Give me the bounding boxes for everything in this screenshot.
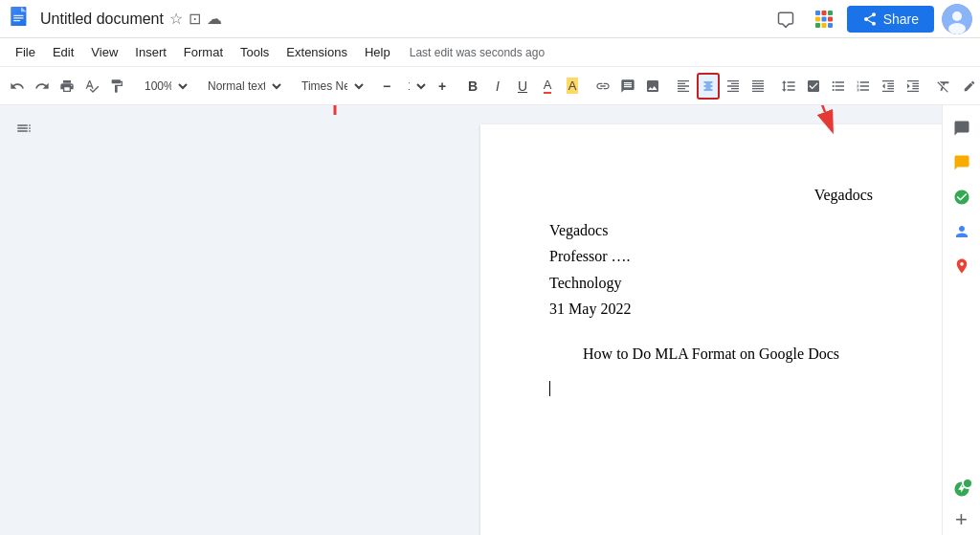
decrease-indent-button[interactable] (877, 73, 900, 100)
text-color-button[interactable]: A (536, 73, 559, 100)
align-left-button[interactable] (672, 73, 695, 100)
bullets-button[interactable] (827, 73, 850, 100)
menu-help[interactable]: Help (357, 43, 398, 61)
highlight-button[interactable]: A (561, 73, 584, 100)
zoom-select[interactable]: 100% (136, 74, 191, 99)
line-spacing-button[interactable] (777, 73, 800, 100)
star-icon[interactable]: ☆ (169, 10, 183, 28)
right-panel: + (942, 105, 980, 535)
contacts-icon-panel[interactable] (947, 216, 977, 247)
svg-rect-13 (828, 23, 833, 28)
title-icons: ☆ ⊡ ☁ (169, 10, 222, 28)
main-area: Vegadocs Vegadocs Professor …. Technolog… (0, 105, 980, 535)
svg-rect-7 (828, 11, 833, 15)
print-button[interactable] (56, 73, 78, 100)
align-right-button[interactable] (722, 73, 745, 100)
doc-line-4: 31 May 2022 (549, 296, 873, 322)
last-edit-text: Last edit was seconds ago (410, 46, 545, 59)
cloud-icon[interactable]: ☁ (207, 10, 222, 28)
text-cursor (549, 381, 550, 396)
svg-rect-6 (821, 11, 826, 15)
title-bar-right: Share (770, 4, 972, 34)
font-select[interactable]: Times New... (293, 74, 368, 99)
doc-line-3: Technology (549, 270, 873, 296)
menu-view[interactable]: View (83, 43, 125, 61)
italic-button[interactable]: I (486, 73, 509, 100)
google-apps-icon[interactable] (809, 4, 839, 34)
clear-formatting-button[interactable] (932, 73, 955, 100)
doc-icon (8, 6, 34, 33)
left-panel (0, 105, 48, 535)
svg-rect-5 (815, 11, 820, 15)
svg-rect-4 (13, 19, 20, 20)
menu-bar: File Edit View Insert Format Tools Exten… (0, 38, 980, 67)
explore-icon-panel[interactable] (947, 474, 977, 504)
undo-button[interactable] (6, 73, 29, 100)
menu-edit[interactable]: Edit (45, 43, 81, 61)
svg-rect-9 (821, 16, 826, 21)
save-to-drive-icon[interactable]: ⊡ (189, 10, 201, 28)
comment-history-button[interactable] (770, 4, 801, 34)
center-title-text: How to Do MLA Format on Google Docs (583, 346, 839, 362)
redo-button[interactable] (31, 73, 54, 100)
add-panel-button[interactable]: + (947, 504, 977, 535)
document-title[interactable]: Untitled document (40, 11, 164, 28)
menu-file[interactable]: File (8, 43, 43, 61)
svg-rect-12 (821, 23, 826, 28)
svg-point-16 (948, 23, 966, 34)
svg-rect-10 (828, 16, 833, 21)
menu-insert[interactable]: Insert (127, 43, 174, 61)
document-page[interactable]: Vegadocs Vegadocs Professor …. Technolog… (480, 124, 942, 535)
doc-center-title: How to Do MLA Format on Google Docs (549, 341, 873, 367)
numbered-list-button[interactable] (852, 73, 875, 100)
doc-line-1: Vegadocs (549, 217, 873, 243)
decrease-font-size-button[interactable]: − (375, 73, 398, 100)
menu-format[interactable]: Format (176, 43, 231, 61)
editing-mode-button[interactable]: ✎ (957, 73, 980, 100)
doc-header-right: Vegadocs (549, 182, 873, 208)
insert-link-button[interactable] (591, 73, 614, 100)
doc-body[interactable]: Vegadocs Professor …. Technology 31 May … (549, 217, 873, 322)
user-avatar[interactable] (942, 4, 972, 34)
bold-button[interactable]: B (461, 73, 484, 100)
paint-format-button[interactable] (105, 73, 128, 100)
svg-line-20 (803, 105, 825, 112)
outline-toggle[interactable] (9, 113, 39, 144)
cursor-area[interactable] (549, 374, 873, 400)
svg-point-15 (952, 11, 962, 21)
header-name: Vegadocs (814, 187, 873, 203)
underline-button[interactable]: U (511, 73, 534, 100)
insert-comment-button[interactable] (616, 73, 639, 100)
increase-font-size-button[interactable]: + (431, 73, 454, 100)
chat-icon-panel[interactable] (947, 113, 977, 144)
svg-rect-8 (815, 16, 820, 21)
avatar-image (942, 4, 972, 34)
toolbar: 100% Normal text Times New... − 12 + B I… (0, 67, 980, 105)
font-size-select[interactable]: 12 (399, 74, 430, 99)
align-center-button[interactable] (697, 73, 720, 100)
bottom-panel: + (947, 474, 977, 535)
insert-image-button[interactable] (641, 73, 664, 100)
style-select[interactable]: Normal text (199, 74, 285, 99)
menu-extensions[interactable]: Extensions (278, 43, 355, 61)
spellcheck-button[interactable] (80, 73, 103, 100)
doc-line-2: Professor …. (549, 243, 873, 269)
checklist-button[interactable] (802, 73, 825, 100)
svg-rect-3 (13, 17, 24, 18)
notes-icon-panel[interactable] (947, 147, 977, 178)
title-bar: Untitled document ☆ ⊡ ☁ (0, 0, 980, 38)
svg-rect-11 (815, 23, 820, 28)
svg-rect-2 (13, 14, 24, 15)
font-size-group: − 12 + (375, 73, 454, 100)
maps-icon-panel[interactable] (947, 251, 977, 281)
page-area[interactable]: Vegadocs Vegadocs Professor …. Technolog… (48, 105, 942, 535)
tasks-icon-panel[interactable] (947, 182, 977, 212)
align-justify-button[interactable] (746, 73, 769, 100)
menu-tools[interactable]: Tools (233, 43, 277, 61)
share-button[interactable]: Share (847, 6, 934, 33)
increase-indent-button[interactable] (902, 73, 924, 100)
